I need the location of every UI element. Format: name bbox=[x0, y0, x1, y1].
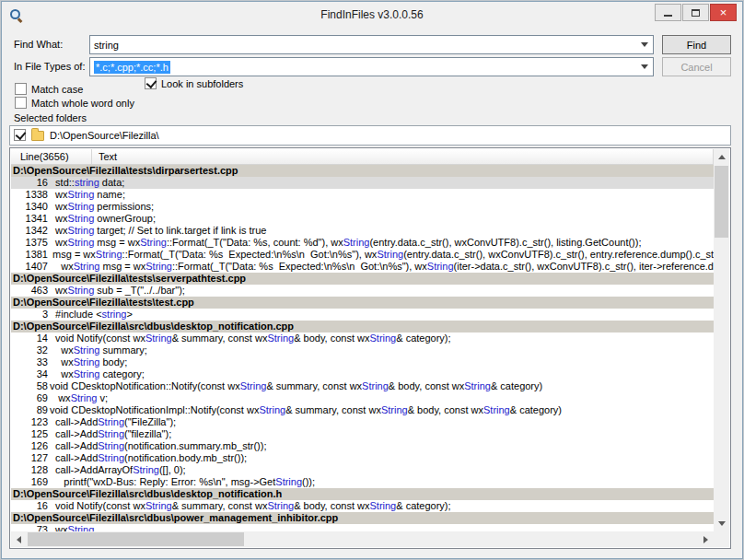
folder-checkbox[interactable] bbox=[14, 129, 26, 141]
result-row[interactable]: 33 wxString body; bbox=[11, 356, 714, 368]
result-code-text: wxString category; bbox=[48, 368, 714, 380]
search-match: String bbox=[145, 261, 172, 272]
result-row[interactable]: 123 call->AddString("FileZilla"); bbox=[11, 416, 714, 428]
result-row[interactable]: 463 wxString sub = _T("../../bar"); bbox=[11, 285, 714, 297]
result-code-text: wxString v; bbox=[48, 392, 714, 404]
search-match: String bbox=[96, 249, 122, 260]
result-row[interactable]: 16 void Notify(const wxString& summary, … bbox=[11, 500, 714, 512]
result-row[interactable]: 69 wxString v; bbox=[11, 392, 714, 404]
search-match: String bbox=[98, 428, 124, 439]
search-match: String bbox=[68, 237, 95, 248]
result-row[interactable]: 14 void Notify(const wxString& summary, … bbox=[11, 332, 714, 344]
result-file-header[interactable]: D:\OpenSource\Filezilla\tests\dirparsert… bbox=[11, 165, 714, 177]
search-match: String bbox=[483, 404, 510, 415]
folder-path: D:\OpenSource\Filezilla\ bbox=[50, 130, 159, 141]
results-rows[interactable]: D:\OpenSource\Filezilla\tests\dirparsert… bbox=[11, 165, 714, 531]
result-row[interactable]: 1341 wxString ownerGroup; bbox=[11, 213, 714, 225]
search-match: String bbox=[381, 404, 408, 415]
result-row[interactable]: 73 wxString bbox=[11, 524, 714, 531]
search-match: String bbox=[68, 201, 95, 212]
findinfiles-window: FindInFiles v3.0.0.56 × Find What: strin… bbox=[1, 1, 743, 559]
results-list[interactable]: Line(3656) Text D:\OpenSource\Filezilla\… bbox=[9, 147, 731, 549]
search-match: String bbox=[369, 332, 396, 344]
result-row[interactable]: 125 call->AddString("filezilla"); bbox=[11, 428, 714, 440]
file-types-combobox[interactable]: *.c;*.cpp;*.cc;*.h bbox=[89, 57, 654, 76]
result-code-text: wxString sub = _T("../../bar"); bbox=[48, 285, 714, 297]
result-code-text: wxString bbox=[48, 524, 714, 531]
result-code-text: void Notify(const wxString& summary, con… bbox=[48, 332, 714, 344]
close-button[interactable]: × bbox=[710, 4, 737, 21]
result-row[interactable]: 127 call->AddString(notification.body.mb… bbox=[11, 452, 714, 464]
result-line-number: 126 bbox=[11, 440, 48, 452]
result-code-text: printf("wxD-Bus: Reply: Error: %s\n", ms… bbox=[48, 476, 714, 488]
result-row[interactable]: 89void CDesktopNotificationImpl::Notify(… bbox=[11, 404, 714, 416]
result-row[interactable]: 1407 wxString msg = wxString::Format(_T(… bbox=[11, 261, 714, 273]
result-code-text: wxString msg = wxString::Format(_T("Data… bbox=[48, 261, 714, 273]
scroll-down-button[interactable] bbox=[714, 516, 729, 531]
scroll-right-button[interactable] bbox=[698, 531, 714, 547]
result-code-text: wxString permissions; bbox=[48, 201, 714, 213]
search-match: String bbox=[145, 500, 172, 511]
caption-buttons: × bbox=[655, 4, 737, 21]
result-row[interactable]: 1381 msg = wxString::Format(_T("Data: %s… bbox=[11, 249, 714, 261]
result-row[interactable]: 3 #include <string> bbox=[11, 309, 714, 321]
find-button[interactable]: Find bbox=[662, 35, 731, 54]
result-row[interactable]: 128 call->AddArrayOfString([], 0); bbox=[11, 464, 714, 476]
vertical-scrollbar[interactable] bbox=[714, 149, 729, 531]
selected-folders-list[interactable]: D:\OpenSource\Filezilla\ bbox=[9, 125, 731, 146]
find-what-combobox[interactable]: string bbox=[89, 35, 654, 54]
column-header-line[interactable]: Line(3656) bbox=[11, 149, 92, 164]
result-file-header[interactable]: D:\OpenSource\Filezilla\src\dbus\power_m… bbox=[11, 512, 714, 524]
result-row[interactable]: 32 wxString summary; bbox=[11, 344, 714, 356]
result-row[interactable]: 169 printf("wxD-Bus: Reply: Error: %s\n"… bbox=[11, 476, 714, 488]
match-whole-word-label: Match whole word only bbox=[31, 98, 134, 109]
search-match: String bbox=[74, 368, 100, 379]
result-row[interactable]: 1342 wxString target; // Set to link.tar… bbox=[11, 225, 714, 237]
result-line-number: 127 bbox=[11, 452, 48, 464]
result-file-header[interactable]: D:\OpenSource\Filezilla\src\dbus\desktop… bbox=[11, 488, 714, 500]
result-row[interactable]: 58void CDesktopNotification::Notify(cons… bbox=[11, 380, 714, 392]
result-code-text: call->AddString(notification.body.mb_str… bbox=[48, 452, 714, 464]
folder-item[interactable]: D:\OpenSource\Filezilla\ bbox=[14, 129, 159, 141]
result-file-header[interactable]: D:\OpenSource\Filezilla\tests\test.cpp bbox=[11, 297, 714, 309]
result-line-number: 33 bbox=[11, 356, 48, 368]
match-case-checkbox[interactable] bbox=[15, 83, 27, 95]
result-row[interactable]: 16 std::string data; bbox=[11, 177, 714, 189]
horizontal-scrollbar[interactable] bbox=[11, 531, 714, 547]
cancel-button[interactable]: Cancel bbox=[662, 57, 731, 76]
result-file-header[interactable]: D:\OpenSource\Filezilla\src\dbus\desktop… bbox=[11, 321, 714, 332]
find-what-dropdown-arrow[interactable] bbox=[636, 36, 653, 53]
result-code-text: wxString msg = wxString::Format(_T("Data… bbox=[48, 237, 714, 249]
result-row[interactable]: 1375 wxString msg = wxString::Format(_T(… bbox=[11, 237, 714, 249]
title-bar[interactable]: FindInFiles v3.0.0.56 × bbox=[2, 2, 742, 29]
search-match: String bbox=[71, 392, 98, 403]
vertical-scroll-thumb[interactable] bbox=[715, 166, 728, 238]
result-line-number: 1338 bbox=[11, 189, 48, 201]
column-header-text[interactable]: Text bbox=[92, 149, 714, 164]
search-match: String bbox=[68, 225, 95, 236]
search-match: String bbox=[427, 261, 454, 272]
result-line-number: 69 bbox=[11, 392, 48, 404]
arrow-down-icon bbox=[718, 521, 726, 526]
maximize-button[interactable] bbox=[682, 4, 709, 21]
look-in-subfolders-checkbox[interactable] bbox=[145, 77, 157, 89]
result-file-header[interactable]: D:\OpenSource\Filezilla\tests\serverpath… bbox=[11, 273, 714, 285]
search-match: String bbox=[133, 464, 159, 475]
match-whole-word-checkbox[interactable] bbox=[15, 97, 27, 109]
result-code-text: void CDesktopNotificationImpl::Notify(co… bbox=[48, 404, 714, 416]
scroll-up-button[interactable] bbox=[714, 149, 729, 165]
scroll-left-button[interactable] bbox=[11, 531, 27, 547]
result-line-number: 463 bbox=[11, 285, 48, 297]
result-line-number: 32 bbox=[11, 344, 48, 356]
result-row[interactable]: 1338 wxString name; bbox=[11, 189, 714, 201]
look-in-subfolders-label: Look in subfolders bbox=[161, 78, 243, 89]
file-types-dropdown-arrow[interactable] bbox=[636, 58, 653, 76]
result-row[interactable]: 1340 wxString permissions; bbox=[11, 201, 714, 213]
result-line-number: 1340 bbox=[11, 201, 48, 213]
result-row[interactable]: 34 wxString category; bbox=[11, 368, 714, 380]
window-title: FindInFiles v3.0.0.56 bbox=[2, 8, 742, 21]
result-row[interactable]: 126 call->AddString(notification.summary… bbox=[11, 440, 714, 452]
result-code-text: msg = wxString::Format(_T("Data: %s Expe… bbox=[48, 249, 714, 261]
horizontal-scroll-thumb[interactable] bbox=[28, 532, 244, 546]
minimize-button[interactable] bbox=[655, 4, 681, 21]
